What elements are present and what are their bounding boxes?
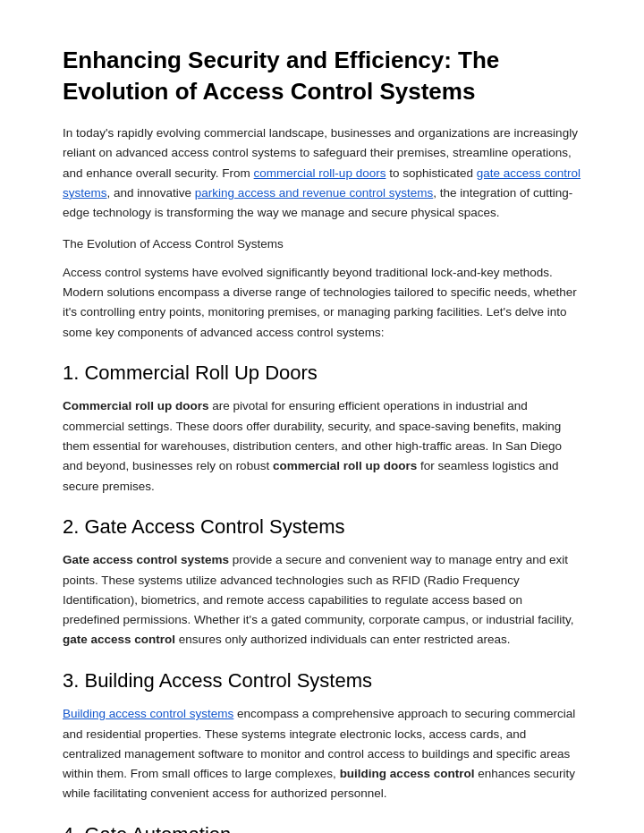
section-2-bold-start: Gate access control systems — [63, 553, 229, 566]
section-3-heading: 3. Building Access Control Systems — [63, 668, 581, 694]
section-2-body: Gate access control systems provide a se… — [63, 550, 581, 650]
section-1-body: Commercial roll up doors are pivotal for… — [63, 396, 581, 496]
section-3-number: 3. Building Access Control Systems — [63, 669, 372, 692]
building-access-link[interactable]: Building access control systems — [63, 707, 233, 720]
section-4-number: 4. Gate Automation — [63, 823, 231, 833]
intro-text-end: , and innovative — [107, 186, 195, 200]
section-2-bold-end: gate access control — [63, 633, 175, 646]
section-2-heading: 2. Gate Access Control Systems — [63, 514, 581, 540]
page-container: Enhancing Security and Efficiency: The E… — [0, 0, 644, 833]
section-1-bold-end: commercial roll up doors — [273, 459, 417, 472]
section-1-bold-start: Commercial roll up doors — [63, 399, 209, 412]
intro-paragraph: In today's rapidly evolving commercial l… — [63, 123, 581, 223]
evolution-paragraph: Access control systems have evolved sign… — [63, 263, 581, 343]
section-3-body: Building access control systems encompas… — [63, 704, 581, 803]
parking-access-link[interactable]: parking access and revenue control syste… — [195, 186, 433, 200]
page-title: Enhancing Security and Efficiency: The E… — [63, 45, 581, 107]
section-4-heading: 4. Gate Automation — [63, 822, 581, 833]
section-2-number: 2. Gate Access Control Systems — [63, 515, 344, 538]
section-2-text-end: ensures only authorized individuals can … — [175, 633, 510, 646]
section-3-bold-end: building access control — [340, 767, 475, 780]
section-1-heading: 1. Commercial Roll Up Doors — [63, 361, 581, 387]
evolution-sub-heading: The Evolution of Access Control Systems — [63, 234, 581, 254]
section-1-number: 1. Commercial Roll Up Doors — [63, 361, 318, 384]
intro-text-mid: to sophisticated — [386, 166, 476, 180]
commercial-rollup-link[interactable]: commercial roll-up doors — [254, 166, 386, 180]
